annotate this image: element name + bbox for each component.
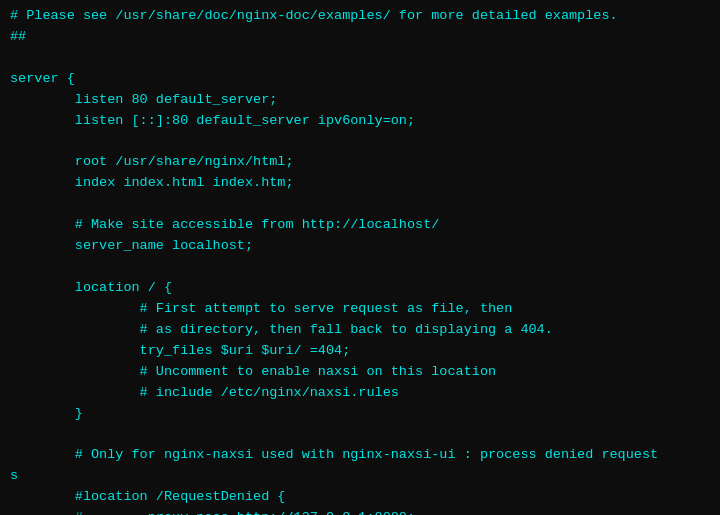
code-line: # Only for nginx-naxsi used with nginx-n… — [10, 445, 710, 466]
code-line: # proxy_pass http://127.0.0.1:8080; — [10, 508, 710, 515]
code-line: ## — [10, 27, 710, 48]
code-line: # Please see /usr/share/doc/nginx-doc/ex… — [10, 6, 710, 27]
code-line: root /usr/share/nginx/html; — [10, 152, 710, 173]
code-line: s — [10, 466, 710, 487]
code-line: # include /etc/nginx/naxsi.rules — [10, 383, 710, 404]
code-line: # First attempt to serve request as file… — [10, 299, 710, 320]
code-line: # Uncomment to enable naxsi on this loca… — [10, 362, 710, 383]
code-line: #location /RequestDenied { — [10, 487, 710, 508]
code-line: location / { — [10, 278, 710, 299]
code-line-empty — [10, 424, 710, 445]
code-line: listen [::]:80 default_server ipv6only=o… — [10, 111, 710, 132]
code-line: listen 80 default_server; — [10, 90, 710, 111]
code-line: try_files $uri $uri/ =404; — [10, 341, 710, 362]
code-line: # as directory, then fall back to displa… — [10, 320, 710, 341]
code-line: index index.html index.htm; — [10, 173, 710, 194]
code-line-empty — [10, 48, 710, 69]
code-container: # Please see /usr/share/doc/nginx-doc/ex… — [0, 0, 720, 515]
code-line-empty — [10, 194, 710, 215]
code-line: # Make site accessible from http://local… — [10, 215, 710, 236]
code-line-empty — [10, 257, 710, 278]
code-line: } — [10, 404, 710, 425]
code-line: server_name localhost; — [10, 236, 710, 257]
code-line: server { — [10, 69, 710, 90]
code-line-empty — [10, 132, 710, 153]
